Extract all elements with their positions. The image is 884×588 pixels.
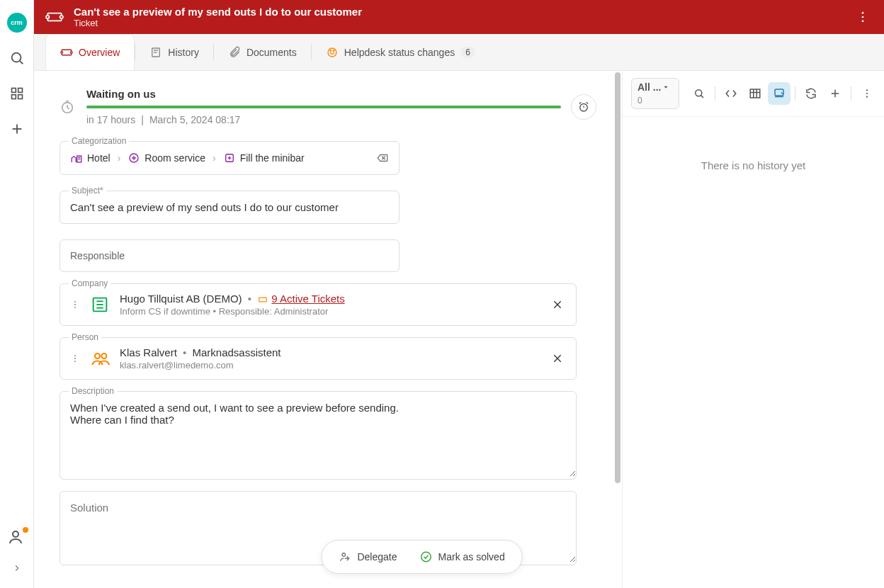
svg-point-11 (862, 12, 864, 14)
tab-label: Overview (79, 47, 120, 58)
person-email: klas.ralvert@limedemo.com (120, 360, 540, 371)
history-more-icon[interactable] (856, 82, 878, 105)
person-name: Klas Ralvert (120, 346, 177, 358)
svg-rect-4 (11, 95, 16, 99)
chevron-down-icon (662, 84, 669, 91)
svg-point-16 (70, 52, 72, 54)
svg-rect-64 (775, 89, 783, 96)
svg-point-21 (330, 50, 332, 52)
tab-label: Helpdesk status changes (344, 47, 455, 58)
header-more-icon[interactable] (853, 7, 873, 27)
scrollbar-thumb[interactable] (615, 72, 620, 483)
svg-line-25 (67, 107, 69, 108)
history-search-icon[interactable] (688, 82, 710, 105)
search-icon[interactable] (6, 47, 28, 69)
card-drag-icon[interactable] (70, 354, 80, 363)
history-filter-dropdown[interactable]: All ... 0 (631, 78, 679, 109)
status-relative: in 17 hours (86, 114, 135, 125)
status-timer-icon (60, 99, 76, 115)
svg-line-29 (579, 102, 581, 103)
svg-point-53 (95, 354, 100, 358)
svg-point-72 (421, 552, 431, 562)
header-bar: Can't see a preview of my send outs I do… (34, 0, 884, 34)
svg-point-40 (74, 301, 76, 303)
tabs: Overview History Documents Helpdesk stat… (34, 34, 884, 71)
tab-label: History (168, 47, 199, 58)
tab-label: Documents (246, 47, 297, 58)
svg-point-70 (866, 96, 868, 98)
svg-point-20 (328, 48, 336, 57)
tab-overview[interactable]: Overview (45, 34, 135, 70)
app-logo[interactable]: crm (6, 11, 28, 34)
notification-dot (23, 527, 28, 533)
status-title: Waiting on us (86, 88, 561, 100)
page-subtitle: Ticket (74, 18, 853, 28)
category-item[interactable]: Room service (128, 152, 205, 164)
company-name: Hugo Tillquist AB (DEMO) (120, 293, 242, 305)
code-view-icon[interactable] (720, 82, 742, 105)
scrollbar[interactable] (613, 71, 622, 588)
responsible-placeholder: Responsible (70, 250, 125, 261)
company-icon (89, 293, 111, 316)
history-panel: All ... 0 (622, 71, 884, 588)
person-role: Marknadsassistent (192, 346, 280, 358)
svg-point-13 (862, 21, 864, 23)
svg-point-69 (866, 93, 868, 94)
svg-point-52 (74, 361, 76, 362)
svg-point-10 (60, 16, 63, 18)
category-item[interactable]: Fill the minibar (223, 152, 305, 164)
svg-point-41 (74, 304, 76, 305)
subject-field[interactable]: Subject* Can't see a preview of my send … (60, 191, 400, 224)
alarm-button[interactable] (571, 94, 596, 120)
svg-point-12 (862, 16, 864, 18)
tab-helpdesk[interactable]: Helpdesk status changes 6 (312, 34, 489, 70)
field-label: Categorization (69, 136, 129, 146)
remove-company-icon[interactable] (549, 296, 566, 313)
svg-line-1 (20, 61, 23, 64)
tab-documents[interactable]: Documents (214, 34, 311, 70)
description-textarea[interactable] (60, 392, 576, 477)
svg-line-59 (701, 96, 703, 98)
svg-point-15 (61, 52, 63, 54)
action-pill: Delegate Mark as solved (321, 540, 522, 574)
expand-rail-icon[interactable] (6, 557, 28, 579)
svg-point-0 (11, 53, 21, 62)
chevron-right-icon: › (212, 152, 216, 164)
refresh-icon[interactable] (800, 82, 822, 105)
category-item[interactable]: Hotel (70, 152, 110, 164)
add-history-icon[interactable] (824, 82, 846, 105)
delegate-button[interactable]: Delegate (329, 546, 407, 567)
clear-categorization-icon[interactable] (376, 152, 389, 164)
svg-point-8 (13, 531, 18, 537)
svg-point-9 (46, 16, 49, 18)
svg-point-42 (74, 307, 76, 308)
mark-solved-button[interactable]: Mark as solved (410, 546, 515, 567)
card-drag-icon[interactable] (70, 300, 80, 310)
remove-person-icon[interactable] (549, 350, 566, 367)
content-main: Waiting on us in 17 hours | March 5, 202… (34, 71, 622, 588)
description-field: Description (60, 391, 577, 480)
field-label: Subject* (69, 186, 106, 196)
svg-point-54 (101, 354, 106, 358)
svg-rect-14 (62, 50, 72, 55)
plus-icon[interactable] (6, 118, 28, 140)
card-view-icon[interactable] (768, 82, 790, 105)
svg-rect-2 (11, 89, 16, 93)
categorization-field[interactable]: Categorization Hotel › Room service (60, 141, 400, 175)
svg-marker-57 (664, 86, 668, 89)
grid-icon[interactable] (6, 82, 28, 105)
user-avatar[interactable] (7, 528, 27, 548)
left-rail: crm (0, 0, 34, 588)
tickets-icon (257, 295, 268, 305)
active-tickets-link[interactable]: 9 Active Tickets (271, 293, 344, 305)
svg-rect-5 (18, 95, 22, 99)
page-title: Can't see a preview of my send outs I do… (74, 6, 853, 18)
responsible-field[interactable]: Responsible (60, 239, 400, 272)
tab-history[interactable]: History (135, 34, 213, 70)
progress-bar (86, 106, 561, 108)
svg-point-68 (866, 89, 868, 91)
table-view-icon[interactable] (744, 82, 766, 105)
svg-point-58 (696, 90, 702, 96)
field-label: Company (69, 278, 110, 288)
person-card: Person Klas Ralvert • Marknadsassistent (60, 337, 577, 380)
